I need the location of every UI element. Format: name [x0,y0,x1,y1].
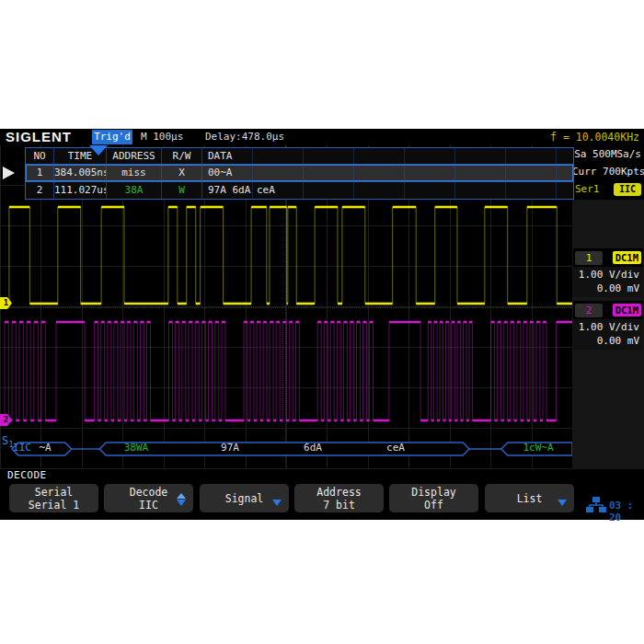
bus-token: 97A [221,442,239,454]
right-sidebar: Sa 500MSa/s Curr 700Kpts Ser1 IIC 1 DC1M… [572,145,644,469]
cell-rw: X [161,165,201,181]
bus-token: 1cW~A [523,442,553,454]
serial-protocol-badge: IIC [614,183,641,196]
frequency-counter-readout: f = 10.0040KHz [550,129,639,145]
memory-depth: Curr 700Kpts [572,163,644,180]
timebase-readout: M 100µs [141,129,183,145]
trigger-status-badge: Trig'd [92,130,132,144]
channel1-scale: 1.00 V/div [573,268,639,282]
cell-no: 2 [26,182,53,199]
cell-time: 111.027us [53,182,106,199]
channel2-scale: 1.00 V/div [573,320,639,334]
decode-table-header: NO TIME ADDRESS R/W DATA [26,148,573,164]
siglent-logo: SIGLENT [6,129,72,145]
softkey-menu: SerialSerial 1 DecodeIIC Signal Address7… [0,482,644,520]
channel2-info-box[interactable]: 2 DC1M 1.00 V/div 0.00 mV [573,301,643,350]
display-button[interactable]: DisplayOff [389,484,478,512]
cell-data: 00~A [201,165,573,181]
header-rw: R/W [161,148,201,164]
channel1-coupling-badge: DC1M [613,251,641,264]
serial-bus-label: S1 [2,434,14,449]
acquisition-info: Sa 500MSa/s Curr 700Kpts Ser1 IIC [572,145,644,200]
bus-token: 38WA [124,442,149,454]
cell-data: 97A 6dA ceA [201,182,573,199]
serial-slot-label: Ser1 [572,183,614,195]
network-icon[interactable] [585,496,607,514]
serial-slot-row[interactable]: Ser1 IIC [572,180,644,198]
channel2-number: 2 [575,304,603,317]
channel1-offset: 0.00 mV [573,282,639,295]
oscilloscope-display: SIGLENT Trig'd M 100µs Delay:478.0µs f =… [0,129,644,520]
bus-token: IIC [13,442,31,454]
waveform-grid: NO TIME ADDRESS R/W DATA 1 384.005ns mis… [0,145,572,469]
channel2-offset: 0.00 mV [573,334,639,348]
selected-row-pointer-icon [3,167,15,179]
cell-address: miss [106,165,161,181]
channel1-info-box[interactable]: 1 DC1M 1.00 V/div 0.00 mV [573,248,643,297]
down-arrow-icon [272,500,282,506]
cell-address: 38A [106,182,161,199]
bus-token: ~A [39,442,51,454]
list-button[interactable]: List [485,484,574,512]
channel1-number: 1 [575,251,603,265]
serial-button[interactable]: SerialSerial 1 [9,484,98,512]
bus-token: 6dA [304,442,322,454]
top-status-bar: SIGLENT Trig'd M 100µs Delay:478.0µs f =… [0,129,644,145]
decode-section-label: DECODE [7,469,47,482]
sample-rate: Sa 500MSa/s [572,145,644,163]
table-row[interactable]: 1 384.005ns miss X 00~A [26,164,573,181]
cell-no: 1 [26,165,53,181]
header-address: ADDRESS [106,148,161,164]
delay-readout: Delay:478.0µs [205,129,284,145]
clock-readout: 03 : 20 [609,500,644,523]
updown-arrow-icon [177,493,186,506]
address-button[interactable]: Address7 bit [294,484,384,512]
cell-time: 384.005ns [53,165,106,181]
signal-button[interactable]: Signal [200,484,289,512]
bus-token: ceA [386,442,405,454]
table-row[interactable]: 2 111.027us 38A W 97A 6dA ceA [26,181,573,199]
trigger-position-icon[interactable] [89,145,108,155]
down-arrow-icon [558,500,567,506]
decode-section-strip: DECODE [0,469,644,482]
cell-rw: W [161,182,201,199]
channel2-coupling-badge: DC1M [613,304,641,316]
header-data: DATA [201,148,573,164]
header-no: NO [26,148,53,164]
decode-button[interactable]: DecodeIIC [104,484,193,512]
